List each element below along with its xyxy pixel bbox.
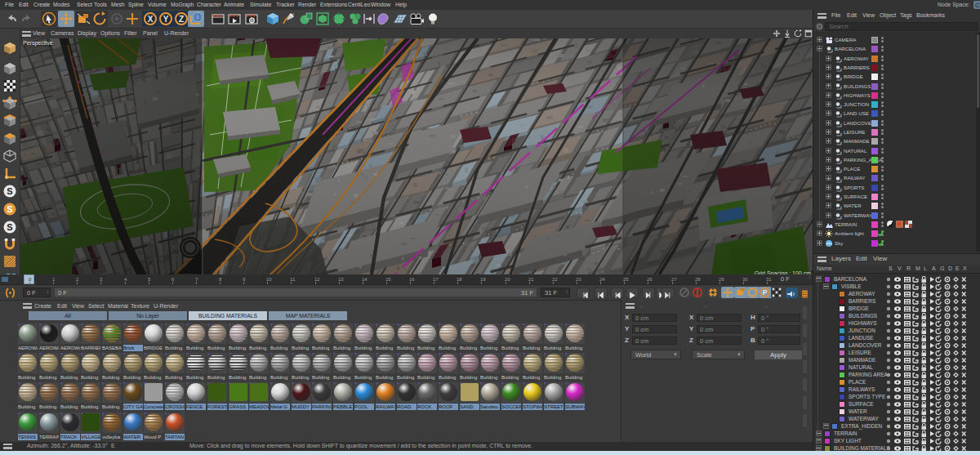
svg-text:Y: Y xyxy=(163,15,169,24)
svg-text:S: S xyxy=(7,186,12,196)
svg-text:Z: Z xyxy=(179,15,184,24)
svg-text:S: S xyxy=(7,204,12,214)
svg-text:X: X xyxy=(148,15,154,24)
svg-text:S: S xyxy=(7,222,12,232)
svg-text:P: P xyxy=(763,288,768,297)
